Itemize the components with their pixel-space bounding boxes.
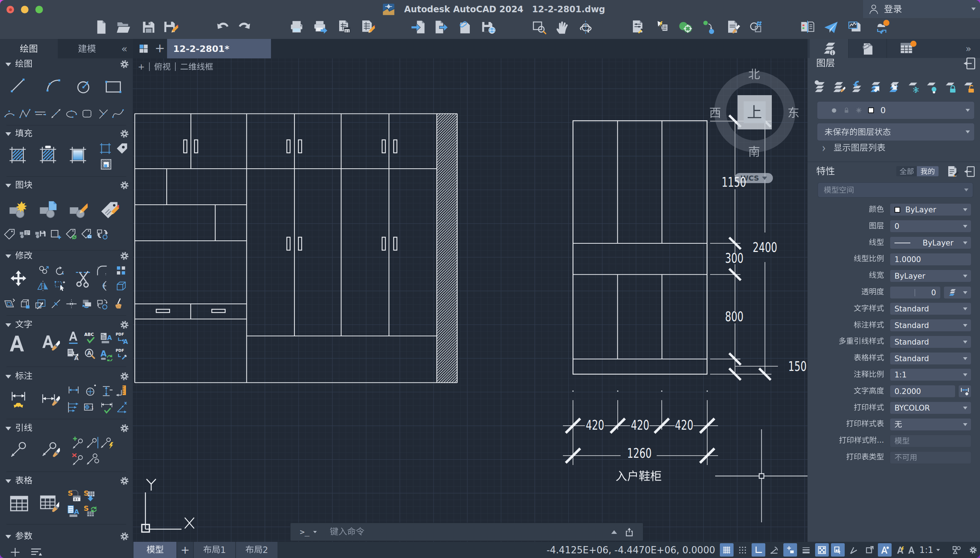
tool-find-text[interactable] xyxy=(83,348,97,361)
close-button[interactable] xyxy=(7,6,14,13)
zoom-window-button[interactable] xyxy=(532,20,547,34)
lineweight-display-toggle[interactable] xyxy=(799,543,813,556)
panel-tab-layers[interactable] xyxy=(810,39,848,58)
tool-join[interactable] xyxy=(65,298,77,310)
property-value-select[interactable]: 1:1 xyxy=(890,368,971,381)
section-collapse-icon[interactable] xyxy=(5,132,11,136)
workspace-switching[interactable] xyxy=(950,543,964,556)
tool-match-table[interactable] xyxy=(39,494,59,514)
document-tab[interactable]: 12-2-2801* xyxy=(167,39,271,58)
layout-tab-2[interactable]: 2 xyxy=(236,542,277,558)
panel-overflow-button[interactable]: » xyxy=(965,43,971,54)
viewcube-east[interactable] xyxy=(788,106,800,120)
section-collapse-icon[interactable] xyxy=(5,479,11,483)
sign-in-button[interactable] xyxy=(863,0,980,18)
tool-pdf-import-text[interactable] xyxy=(115,331,129,345)
tool-hatch-tool[interactable] xyxy=(115,142,128,155)
tool-text-to-mtext[interactable] xyxy=(67,348,81,361)
tool-move[interactable] xyxy=(9,269,28,288)
tool-trim[interactable] xyxy=(74,269,93,288)
tool-boundary[interactable] xyxy=(99,142,112,155)
tool-collect-leaders[interactable] xyxy=(86,452,100,466)
tool-purge[interactable] xyxy=(112,298,124,310)
tool-spline[interactable] xyxy=(112,107,124,120)
plot-style-edit-button[interactable] xyxy=(360,20,375,34)
tool-download-data[interactable] xyxy=(83,489,97,504)
section-collapse-icon[interactable] xyxy=(5,375,11,379)
minimize-button[interactable] xyxy=(21,6,28,13)
transparency-toggle-toggle[interactable] xyxy=(815,543,829,556)
section-collapse-icon[interactable] xyxy=(5,427,11,430)
drawing-canvas[interactable] xyxy=(133,58,807,542)
property-value-select[interactable]: BYCOLOR xyxy=(890,402,971,414)
property-value-select[interactable]: Standard xyxy=(890,302,971,315)
property-value-input[interactable]: 0 xyxy=(890,286,940,299)
page-setup-button[interactable] xyxy=(337,20,352,34)
save-button[interactable] xyxy=(141,20,156,34)
property-value-select[interactable]: Standard xyxy=(890,352,971,365)
tool-insert-table[interactable] xyxy=(9,494,29,514)
tool-hatch-cap[interactable] xyxy=(38,145,58,165)
tool-overkill[interactable] xyxy=(81,298,93,310)
tool-edit-attribute[interactable] xyxy=(100,200,119,220)
command-expand-icon[interactable] xyxy=(611,530,617,534)
layer-freeze-button[interactable] xyxy=(906,80,920,95)
undo-button[interactable] xyxy=(215,20,230,34)
viewcube-west[interactable] xyxy=(709,106,721,120)
transparency-stack-button[interactable] xyxy=(944,286,971,299)
viewport-controls[interactable]: + xyxy=(138,62,213,71)
tool-change-space[interactable] xyxy=(96,298,109,310)
tool-update-text[interactable] xyxy=(100,348,114,361)
tool-add-leader[interactable] xyxy=(71,436,84,450)
property-value-input[interactable]: 0.2000 xyxy=(890,385,955,397)
tool-align-leaders[interactable] xyxy=(86,436,100,450)
tool-circle[interactable] xyxy=(74,77,93,96)
palette-tab-draw[interactable] xyxy=(0,39,58,58)
layout-tab-1[interactable]: 1 xyxy=(194,542,235,558)
section-settings-icon[interactable] xyxy=(119,371,130,382)
grid-display-toggle[interactable] xyxy=(720,543,733,556)
tool-ordinate-dimension[interactable] xyxy=(100,384,114,398)
filter-my-button[interactable] xyxy=(917,166,939,176)
property-value-select[interactable]: ByLayer xyxy=(890,270,971,282)
palette-tab-model[interactable] xyxy=(58,39,116,58)
tool-line[interactable] xyxy=(8,76,27,95)
tool-pdf-text-settings[interactable] xyxy=(115,348,129,361)
tool-offset[interactable] xyxy=(96,280,108,292)
layer-states-select[interactable] xyxy=(817,123,975,141)
tool-dimension[interactable] xyxy=(9,391,28,409)
tool-block-swap[interactable] xyxy=(96,228,109,240)
property-value-linetype[interactable]: ByLayer xyxy=(890,236,971,249)
export-button[interactable] xyxy=(434,20,449,34)
layer-lock-button[interactable] xyxy=(943,80,957,95)
tool-properties-button[interactable] xyxy=(630,20,646,34)
import-button[interactable] xyxy=(411,20,426,34)
tool-text-columns[interactable] xyxy=(100,331,114,345)
drawing-compare-button[interactable] xyxy=(800,20,815,34)
tool-sync-attributes[interactable] xyxy=(65,228,77,240)
view-cube[interactable] xyxy=(707,64,802,159)
make-current-button[interactable] xyxy=(813,80,827,95)
layout-tab-new[interactable]: + xyxy=(177,542,193,558)
annotation-visibility-toggle[interactable] xyxy=(878,543,892,556)
properties-edit-button[interactable] xyxy=(946,165,959,179)
tool-ellipse-arc[interactable] xyxy=(65,107,77,120)
ortho-mode-toggle[interactable] xyxy=(752,543,765,556)
tool-remove-leader[interactable] xyxy=(71,452,84,466)
tool-ray[interactable] xyxy=(50,107,62,120)
section-settings-icon[interactable] xyxy=(119,476,130,486)
section-settings-icon[interactable] xyxy=(119,423,130,434)
tool-replace-block[interactable] xyxy=(81,228,93,240)
panel-tab-references[interactable] xyxy=(848,39,887,58)
layer-off-button[interactable] xyxy=(924,80,939,95)
tool-xy-dimension[interactable] xyxy=(115,400,129,414)
tool-match-leader[interactable] xyxy=(41,440,60,459)
layout-tab-model[interactable] xyxy=(133,542,176,558)
property-value-select[interactable]: Standard xyxy=(890,319,971,332)
section-settings-icon[interactable] xyxy=(119,251,130,261)
section-collapse-icon[interactable] xyxy=(5,63,11,66)
viewcube-south[interactable] xyxy=(748,145,760,159)
tool-rectangle[interactable] xyxy=(104,77,123,96)
geographic-location-button[interactable] xyxy=(678,20,693,34)
layer-unlock-button[interactable] xyxy=(961,80,976,95)
